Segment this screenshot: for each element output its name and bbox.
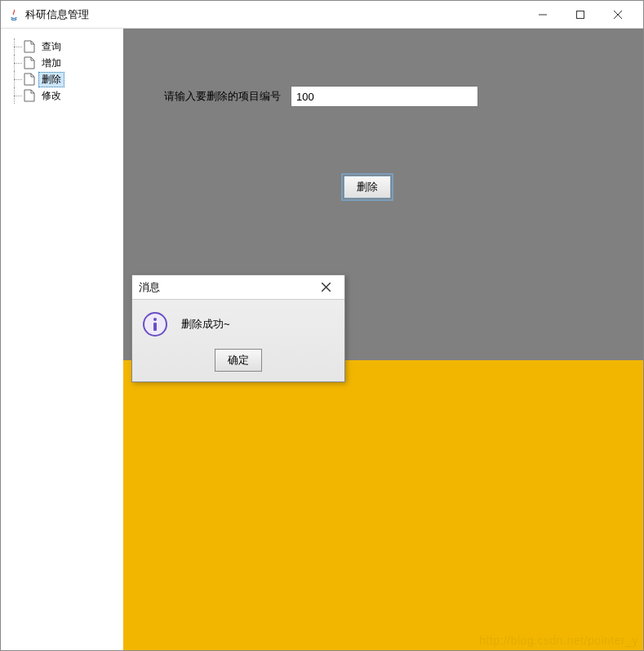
nav-tree: 查询 增加 删除 修改: [7, 38, 117, 104]
result-panel: [123, 360, 643, 650]
file-icon: [24, 56, 35, 69]
svg-point-7: [153, 318, 157, 321]
tree-item-edit[interactable]: 修改: [7, 87, 117, 104]
svg-rect-1: [577, 11, 584, 18]
minimize-button[interactable]: [524, 2, 562, 27]
dialog-body: 删除成功~: [132, 300, 344, 344]
dialog-message: 删除成功~: [181, 317, 230, 332]
tree-item-label: 删除: [38, 72, 64, 87]
tree-item-add[interactable]: 增加: [7, 55, 117, 71]
delete-button[interactable]: 删除: [344, 176, 391, 198]
delete-button-wrap: 删除: [344, 176, 391, 198]
titlebar: 科研信息管理: [1, 1, 643, 29]
svg-rect-8: [153, 323, 157, 331]
maximize-button[interactable]: [562, 2, 599, 27]
tree-item-label: 修改: [38, 89, 64, 103]
project-id-label: 请输入要删除的项目编号: [164, 89, 281, 104]
file-icon: [24, 40, 35, 53]
delete-form-row: 请输入要删除的项目编号: [164, 86, 478, 107]
project-id-input[interactable]: [291, 86, 478, 107]
file-icon: [24, 73, 35, 86]
tree-item-delete[interactable]: 删除: [7, 71, 117, 87]
sidebar: 查询 增加 删除 修改: [1, 29, 123, 650]
file-icon: [24, 89, 35, 102]
app-window: 科研信息管理 查询: [0, 0, 644, 651]
tree-item-label: 增加: [38, 56, 64, 70]
dialog-title: 消息: [139, 280, 160, 295]
message-dialog: 消息 删除成功~ 确定: [131, 274, 345, 382]
window-title: 科研信息管理: [25, 7, 89, 22]
dialog-titlebar: 消息: [132, 275, 344, 300]
dialog-close-button[interactable]: [313, 277, 338, 298]
tree-item-label: 查询: [38, 40, 64, 54]
watermark-text: http://blog.csdn.net/pointer_y: [479, 634, 638, 647]
dialog-footer: 确定: [132, 344, 344, 381]
info-icon: [142, 311, 168, 337]
window-controls: [524, 2, 637, 27]
close-button[interactable]: [599, 2, 637, 27]
dialog-ok-button[interactable]: 确定: [215, 349, 262, 372]
java-icon: [7, 8, 20, 21]
tree-item-query[interactable]: 查询: [7, 38, 117, 55]
